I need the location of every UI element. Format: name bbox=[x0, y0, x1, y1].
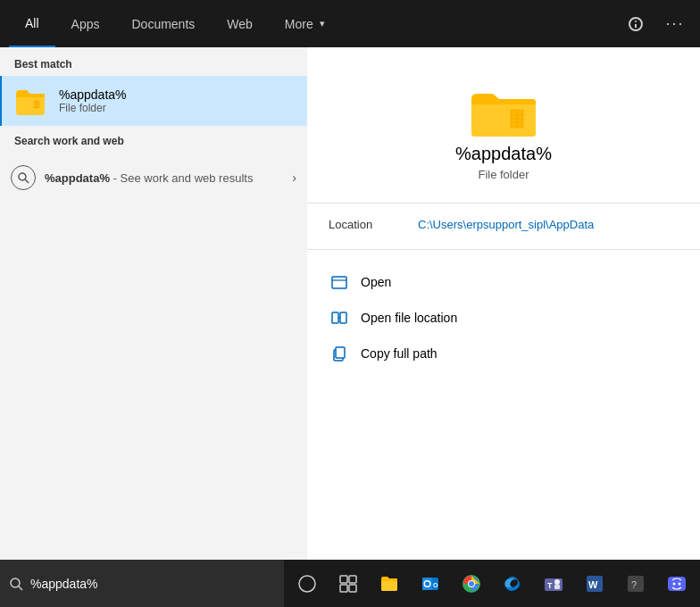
open-file-location-label: Open file location bbox=[361, 311, 457, 325]
location-value[interactable]: C:\Users\erpsupport_sipl\AppData bbox=[418, 218, 594, 231]
folder-icon-large bbox=[468, 83, 539, 144]
taskbar-search-input[interactable] bbox=[30, 577, 275, 591]
top-nav: All Apps Documents Web More ▾ ··· bbox=[0, 0, 700, 47]
location-row: Location C:\Users\erpsupport_sipl\AppDat… bbox=[307, 218, 700, 231]
task-view-icon[interactable] bbox=[329, 564, 368, 603]
svg-text:T: T bbox=[547, 581, 553, 590]
svg-rect-11 bbox=[340, 312, 346, 323]
svg-rect-20 bbox=[340, 585, 347, 592]
result-type: File folder bbox=[59, 102, 127, 114]
best-match-label: Best match bbox=[0, 47, 307, 76]
svg-text:W: W bbox=[588, 579, 598, 590]
chevron-down-icon: ▾ bbox=[320, 18, 325, 29]
result-text: %appdata% File folder bbox=[59, 87, 127, 114]
more-options-icon[interactable]: ··· bbox=[659, 8, 691, 40]
chrome-icon[interactable] bbox=[452, 564, 491, 603]
svg-point-30 bbox=[469, 581, 474, 586]
open-label: Open bbox=[361, 275, 391, 289]
svg-rect-34 bbox=[554, 585, 560, 589]
search-icon bbox=[11, 165, 36, 190]
left-panel: Best match %appdata% File folder Search … bbox=[0, 47, 307, 607]
taskbar-search-icon bbox=[9, 577, 23, 591]
taskbar-icons: O T bbox=[284, 564, 700, 603]
discord-icon[interactable] bbox=[657, 564, 696, 603]
svg-rect-21 bbox=[349, 585, 356, 592]
tab-web[interactable]: Web bbox=[211, 0, 269, 47]
tab-apps-label: Apps bbox=[71, 17, 100, 31]
taskbar: O T bbox=[0, 560, 700, 607]
search-web-muted: - See work and web results bbox=[113, 171, 254, 185]
search-work-web-label: Search work and web bbox=[14, 135, 293, 153]
open-file-location-button[interactable]: Open file location bbox=[329, 300, 679, 336]
search-web-bold: %appdata% bbox=[45, 171, 110, 185]
location-label: Location bbox=[329, 218, 418, 231]
file-explorer-icon[interactable] bbox=[370, 564, 409, 603]
svg-rect-18 bbox=[340, 576, 347, 583]
tab-all[interactable]: All bbox=[9, 0, 55, 47]
unknown-app-icon[interactable]: ? bbox=[616, 564, 655, 603]
svg-rect-9 bbox=[332, 277, 346, 288]
detail-name: %appdata% bbox=[455, 144, 552, 164]
tab-documents-label: Documents bbox=[131, 17, 195, 31]
word-icon[interactable]: W bbox=[575, 564, 614, 603]
svg-text:O: O bbox=[433, 582, 438, 588]
svg-line-16 bbox=[19, 586, 23, 590]
svg-rect-14 bbox=[336, 347, 345, 358]
file-location-icon bbox=[329, 307, 350, 328]
svg-point-40 bbox=[673, 582, 676, 585]
result-name: %appdata% bbox=[59, 87, 127, 102]
tab-all-label: All bbox=[25, 16, 39, 30]
chevron-right-icon: › bbox=[292, 170, 296, 185]
search-web-text: %appdata% - See work and web results bbox=[45, 171, 292, 185]
svg-text:?: ? bbox=[631, 579, 637, 590]
outlook-icon[interactable]: O bbox=[411, 564, 450, 603]
svg-point-25 bbox=[425, 581, 429, 586]
tab-apps[interactable]: Apps bbox=[55, 0, 116, 47]
detail-type: File folder bbox=[478, 168, 529, 181]
tab-more[interactable]: More ▾ bbox=[269, 0, 341, 47]
svg-rect-10 bbox=[332, 312, 338, 323]
copy-path-icon bbox=[329, 343, 350, 364]
taskbar-search-area bbox=[0, 560, 284, 607]
right-panel: %appdata% File folder Location C:\Users\… bbox=[307, 47, 700, 607]
edge-icon[interactable] bbox=[493, 564, 532, 603]
tab-web-label: Web bbox=[227, 17, 253, 31]
divider bbox=[307, 203, 700, 204]
cortana-icon[interactable] bbox=[288, 564, 327, 603]
svg-point-33 bbox=[554, 579, 560, 585]
action-list: Open Open file location bbox=[307, 264, 700, 371]
open-icon bbox=[329, 271, 350, 293]
svg-point-41 bbox=[679, 582, 681, 585]
feedback-icon[interactable] bbox=[620, 8, 652, 40]
svg-point-2 bbox=[19, 173, 26, 180]
folder-icon-small bbox=[12, 83, 48, 119]
main-area: Best match %appdata% File folder Search … bbox=[0, 47, 700, 607]
copy-full-path-label: Copy full path bbox=[361, 346, 438, 361]
open-button[interactable]: Open bbox=[329, 264, 679, 300]
svg-line-3 bbox=[25, 179, 29, 183]
svg-point-17 bbox=[299, 576, 315, 592]
nav-icon-group: ··· bbox=[620, 8, 691, 40]
copy-full-path-button[interactable]: Copy full path bbox=[329, 336, 679, 371]
divider2 bbox=[307, 249, 700, 250]
tab-more-label: More bbox=[285, 17, 313, 31]
result-item-appdata[interactable]: %appdata% File folder bbox=[0, 76, 307, 126]
search-work-web-section: Search work and web bbox=[0, 126, 307, 158]
teams-icon[interactable]: T bbox=[534, 564, 573, 603]
svg-rect-19 bbox=[349, 576, 356, 583]
tab-documents[interactable]: Documents bbox=[115, 0, 211, 47]
search-web-item[interactable]: %appdata% - See work and web results › bbox=[0, 158, 307, 197]
